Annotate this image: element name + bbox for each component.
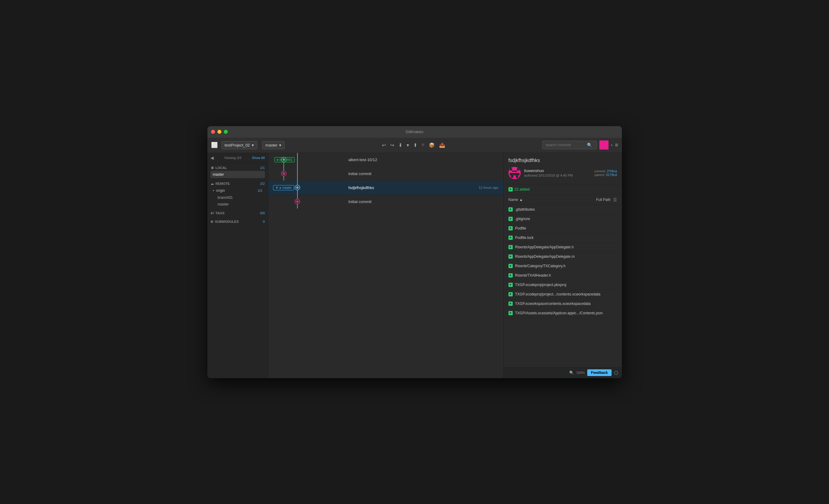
commit-author-row: liuwenshuo authored 10/11/2016 @ 4:45 PM… <box>508 167 617 179</box>
submodules-title: ⊕ SUBMODULES <box>210 220 239 224</box>
tags-header: 🏷 TAGS 0/0 <box>210 210 265 216</box>
files-header: Name ▲ Full Path ☰ <box>504 195 622 205</box>
author-avatar-svg <box>508 167 520 179</box>
sidebar-item-master-local[interactable]: master <box>210 171 265 178</box>
search-input[interactable] <box>546 143 585 147</box>
project-selector[interactable]: testProject_02 ▾ <box>221 141 257 149</box>
file-item[interactable]: + Podfile <box>504 224 622 233</box>
branch-icon[interactable]: ⑂ <box>422 142 425 148</box>
back-button[interactable]: ◀ <box>210 155 214 160</box>
file-item[interactable]: + TXGP.xcworkspace/contents.xcworkspaced… <box>504 299 622 309</box>
pull-icon[interactable]: ⬇ <box>398 142 402 148</box>
file-name: .gitattributes <box>515 207 535 211</box>
svg-rect-10 <box>510 173 519 176</box>
svg-rect-7 <box>510 168 512 170</box>
file-name: Risenb/TXAllHeader.h <box>515 273 551 277</box>
file-added-icon: + <box>508 283 513 287</box>
commit-row[interactable]: Initial commit <box>268 167 503 181</box>
sidebar-item-branch01-remote[interactable]: branch01 <box>210 194 265 201</box>
close-button[interactable] <box>211 130 215 134</box>
stash-icon[interactable]: 📦 <box>429 142 435 148</box>
list-view-icon[interactable]: ☰ <box>613 197 617 202</box>
pop-icon[interactable]: 📤 <box>439 142 445 148</box>
sidebar-item-master-remote[interactable]: master <box>210 201 265 208</box>
file-item[interactable]: + Risenb/TXAllHeader.h <box>504 271 622 280</box>
file-item[interactable]: + TXGP.xcodeproj/project.../contents.xcw… <box>504 290 622 299</box>
file-item[interactable]: + .gitattributes <box>504 205 622 214</box>
file-item[interactable]: + Risenb/AppDelegate/AppDelegate.m <box>504 252 622 262</box>
commit-hash: 27f4ca <box>607 169 617 173</box>
branch01-remote-label: branch01 <box>218 195 233 200</box>
commit-detail-title: fsdjkfhsjkdfhks <box>508 158 617 163</box>
search-icon: 🔍 <box>587 143 592 147</box>
maximize-button[interactable] <box>224 130 228 134</box>
avatar-dropdown-icon[interactable]: ▾ <box>611 144 612 147</box>
cloud-icon: ☁ <box>210 182 214 186</box>
sidebar-top: ◀ Viewing 3/3 Show All <box>207 153 268 163</box>
undo-icon[interactable]: ↩ <box>382 142 386 148</box>
commit-node-3 <box>295 199 300 204</box>
file-name: Risenb/AppDelegate/AppDelegate.m <box>515 255 575 259</box>
commit-time-2: 12 hours ago <box>479 186 498 189</box>
sort-icon: ▲ <box>519 198 523 202</box>
commit-node-2 <box>295 185 300 190</box>
file-added-icon: + <box>508 207 513 211</box>
commit-message-0: albert-test-10/12 <box>346 157 498 162</box>
menu-icon[interactable]: ≡ <box>615 142 618 148</box>
author-date: authored 10/11/2016 @ 4:45 PM <box>524 173 590 177</box>
file-added-icon: + <box>508 217 513 221</box>
branch01-dot-icon: ● <box>277 158 279 161</box>
fullpath-col-header[interactable]: Full Path <box>596 198 610 202</box>
files-name-col-header[interactable]: Name ▲ <box>508 198 523 202</box>
svg-rect-9 <box>512 170 517 172</box>
file-added-icon: + <box>508 302 513 306</box>
svg-rect-11 <box>511 176 513 178</box>
zoom-icon: 🔍 <box>569 371 574 375</box>
graph-area: ● branch01 albert-test-10/12 <box>268 153 503 378</box>
redo-icon[interactable]: ↪ <box>390 142 394 148</box>
commit-row[interactable]: Initial commit <box>268 195 503 209</box>
files-list: + .gitattributes + .gitignore + Podfile … <box>504 205 622 367</box>
commit-message-3: Initial commit <box>346 199 498 204</box>
submodules-icon: ⊕ <box>210 220 213 224</box>
master-label: 🖥 ● master <box>273 185 294 190</box>
file-item[interactable]: + Podfile.lock <box>504 233 622 242</box>
file-added-icon: + <box>508 273 513 277</box>
minimize-button[interactable] <box>217 130 221 134</box>
file-item[interactable]: + .gitignore <box>504 214 622 224</box>
remote-section: ☁ REMOTE 2/2 ● origin 2/2 branch01 maste… <box>207 179 268 208</box>
file-name: TXGP.xcodeproj/project.../contents.xcwor… <box>515 292 601 296</box>
viewing-label: Viewing 3/3 <box>224 156 242 160</box>
file-added-icon: + <box>508 226 513 230</box>
show-all-button[interactable]: Show All <box>252 156 264 160</box>
feedback-button[interactable]: Feedback <box>587 369 611 376</box>
tags-count: 0/0 <box>260 211 264 215</box>
pull-dropdown-icon[interactable]: ▾ <box>406 142 409 148</box>
file-item[interactable]: + Risenb/AppDelegate/AppDelegate.h <box>504 242 622 252</box>
monitor-icon: 🖥 <box>210 166 214 169</box>
local-header: 🖥 LOCAL 1/1 <box>210 165 265 171</box>
commit-message-2: fsdjkfhsjkdfhks <box>346 186 474 190</box>
user-avatar[interactable] <box>600 141 609 150</box>
tag-icon: 🏷 <box>210 211 214 215</box>
file-item[interactable]: + Risenb/Category/TXCategory.h <box>504 262 622 271</box>
branch-selector[interactable]: master ▾ <box>262 141 285 149</box>
sidebar-item-origin[interactable]: ● origin 2/2 <box>210 187 265 194</box>
graph-svg-3 <box>273 195 346 208</box>
commit-row[interactable]: ● branch01 albert-test-10/12 <box>268 153 503 167</box>
push-icon[interactable]: ⬆ <box>413 142 417 148</box>
search-box[interactable]: 🔍 <box>542 141 597 149</box>
parent-hash: 0179cd <box>606 173 617 177</box>
commit-row[interactable]: 🖥 ● master fsdjkfhsjkdfhks 12 hours ago <box>268 181 503 195</box>
file-item[interactable]: + TXGP/Assets.xcassets/AppIcon.appic.../… <box>504 309 622 318</box>
titlebar: GitKraken <box>207 126 622 138</box>
folder-icon[interactable]: ⬜ <box>211 142 218 148</box>
window-controls <box>211 130 228 134</box>
graph-content: ● branch01 albert-test-10/12 <box>268 153 503 378</box>
file-item[interactable]: + TXGP.xcodeproj/project.pbxproj <box>504 280 622 290</box>
avatar-area: ▾ <box>600 141 612 150</box>
remote-count: 2/2 <box>260 182 264 186</box>
master-local-label: master <box>213 172 224 177</box>
file-added-icon: + <box>508 245 513 249</box>
sidebar: ◀ Viewing 3/3 Show All 🖥 LOCAL 1/1 maste… <box>207 153 268 378</box>
